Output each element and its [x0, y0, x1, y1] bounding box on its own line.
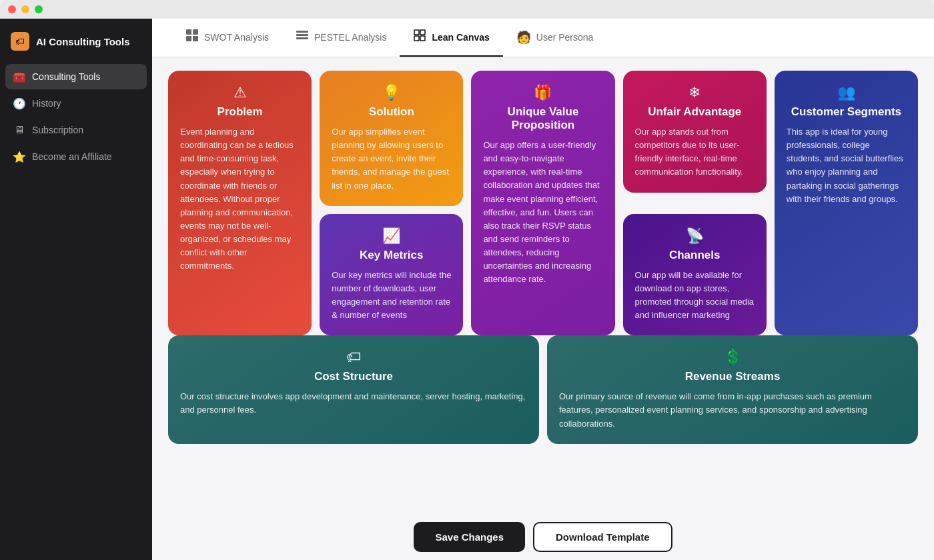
keymetrics-header: 📈 Key Metrics: [332, 227, 451, 262]
channels-header: 📡 Channels: [635, 227, 755, 262]
svg-rect-6: [296, 37, 308, 39]
tab-pestel[interactable]: PESTEL Analysis: [282, 19, 400, 57]
channels-title: Channels: [669, 249, 721, 262]
svg-rect-8: [420, 30, 425, 35]
cost-icon: 🏷: [346, 349, 361, 366]
unfair-card-wrap: ❄ Unfair Advantage Our app stands out fr…: [623, 71, 767, 206]
pestel-icon: [296, 29, 309, 45]
user-persona-icon: 🧑: [516, 30, 531, 45]
problem-header: ⚠ Problem: [180, 84, 300, 119]
close-dot[interactable]: [8, 5, 16, 13]
tab-swot-label: SWOT Analysis: [204, 32, 269, 43]
canvas-grid: ⚠ Problem Event planning and coordinatin…: [168, 71, 918, 335]
unfair-body: Our app stands out from competitors due …: [635, 125, 755, 179]
svg-rect-5: [296, 34, 308, 36]
unfair-icon: ❄: [688, 84, 700, 101]
sidebar-item-consulting-tools[interactable]: 🧰 Consulting Tools: [5, 64, 147, 89]
save-button[interactable]: Save Changes: [414, 522, 525, 552]
unfair-header: ❄ Unfair Advantage: [635, 84, 755, 119]
affiliate-icon: ⭐: [13, 151, 25, 163]
tab-lean-canvas[interactable]: Lean Canvas: [400, 19, 502, 57]
sidebar-item-label: Subscription: [32, 125, 83, 135]
problem-card[interactable]: ⚠ Problem Event planning and coordinatin…: [168, 71, 312, 335]
canvas-area: ⚠ Problem Event planning and coordinatin…: [152, 57, 934, 514]
footer-bar: Save Changes Download Template: [152, 514, 934, 560]
download-button[interactable]: Download Template: [533, 522, 672, 552]
subscription-icon: 🖥: [13, 124, 25, 136]
problem-title: Problem: [217, 105, 263, 119]
minimize-dot[interactable]: [21, 5, 29, 13]
tabs-bar: SWOT Analysis PESTEL Analysis Lean Canva…: [152, 19, 934, 57]
lean-canvas-icon: [413, 29, 426, 45]
channels-card-wrap: 📡 Channels Our app will be available for…: [623, 214, 767, 336]
uvp-card[interactable]: 🎁 Unique Value Proposition Our app offer…: [471, 71, 614, 335]
sidebar-item-subscription[interactable]: 🖥 Subscription: [5, 117, 147, 143]
customer-card[interactable]: 👥 Customer Segments This app is ideal fo…: [775, 71, 918, 335]
revenue-card[interactable]: 💲 Revenue Streams Our primary source of …: [547, 335, 918, 443]
swot-icon: [185, 29, 199, 45]
revenue-icon: 💲: [724, 349, 742, 366]
sidebar: 🏷 AI Consulting Tools 🧰 Consulting Tools…: [0, 19, 152, 560]
keymetrics-icon: 📈: [382, 227, 400, 245]
problem-icon: ⚠: [234, 84, 247, 101]
svg-rect-3: [193, 36, 198, 41]
sidebar-item-history[interactable]: 🕐 History: [5, 91, 147, 116]
unfair-title: Unfair Advantage: [648, 105, 741, 119]
svg-rect-0: [186, 29, 191, 35]
solution-card[interactable]: 💡 Solution Our app simplifies event plan…: [320, 71, 463, 206]
customer-card-wrap: 👥 Customer Segments This app is ideal fo…: [775, 71, 918, 335]
svg-rect-4: [296, 31, 308, 33]
solution-header: 💡 Solution: [332, 84, 451, 119]
main-content: SWOT Analysis PESTEL Analysis Lean Canva…: [152, 19, 934, 560]
problem-body: Event planning and coordinating can be a…: [180, 125, 300, 273]
unfair-card[interactable]: ❄ Unfair Advantage Our app stands out fr…: [623, 71, 767, 193]
channels-body: Our app will be available for download o…: [635, 269, 755, 323]
cost-header: 🏷 Cost Structure: [180, 349, 527, 383]
keymetrics-card[interactable]: 📈 Key Metrics Our key metrics will inclu…: [320, 214, 463, 336]
tab-pestel-label: PESTEL Analysis: [314, 32, 386, 43]
uvp-icon: 🎁: [534, 84, 552, 101]
customer-header: 👥 Customer Segments: [787, 84, 906, 119]
cost-card[interactable]: 🏷 Cost Structure Our cost structure invo…: [168, 335, 539, 443]
sidebar-logo: 🏷 AI Consulting Tools: [0, 19, 152, 64]
sidebar-nav: 🧰 Consulting Tools 🕐 History 🖥 Subscript…: [0, 64, 152, 169]
sidebar-item-label: History: [32, 98, 61, 109]
channels-card[interactable]: 📡 Channels Our app will be available for…: [623, 214, 767, 336]
tab-swot[interactable]: SWOT Analysis: [172, 19, 282, 57]
keymetrics-body: Our key metrics will include the number …: [332, 269, 451, 323]
solution-icon: 💡: [382, 84, 400, 101]
solution-card-wrap: 💡 Solution Our app simplifies event plan…: [320, 71, 463, 206]
keymetrics-title: Key Metrics: [360, 249, 423, 262]
sidebar-item-label: Consulting Tools: [32, 71, 100, 82]
keymetrics-card-wrap: 📈 Key Metrics Our key metrics will inclu…: [320, 214, 463, 336]
sidebar-item-affiliate[interactable]: ⭐ Become an Affiliate: [5, 144, 147, 169]
consulting-tools-icon: 🧰: [13, 71, 25, 83]
revenue-header: 💲 Revenue Streams: [559, 349, 906, 383]
customer-title: Customer Segments: [791, 105, 901, 119]
channels-icon: 📡: [686, 227, 704, 245]
uvp-card-wrap: 🎁 Unique Value Proposition Our app offer…: [471, 71, 614, 335]
tab-user-persona[interactable]: 🧑 User Persona: [503, 19, 607, 57]
tab-lean-canvas-label: Lean Canvas: [432, 32, 489, 43]
svg-rect-9: [414, 36, 419, 41]
bottom-grid: 🏷 Cost Structure Our cost structure invo…: [168, 335, 918, 443]
cost-body: Our cost structure involves app developm…: [180, 390, 527, 417]
svg-rect-7: [414, 30, 419, 35]
logo-icon: 🏷: [11, 32, 29, 51]
uvp-header: 🎁 Unique Value Proposition: [483, 84, 602, 132]
svg-rect-2: [186, 36, 191, 41]
uvp-title: Unique Value Proposition: [483, 105, 602, 132]
history-icon: 🕐: [13, 97, 25, 109]
svg-rect-10: [420, 36, 425, 41]
window-chrome: [0, 0, 934, 19]
customer-body: This app is ideal for young professional…: [787, 125, 906, 206]
uvp-body: Our app offers a user-friendly and easy-…: [483, 139, 602, 287]
solution-body: Our app simplifies event planning by all…: [332, 125, 451, 193]
tab-user-persona-label: User Persona: [536, 32, 594, 43]
sidebar-item-label: Become an Affiliate: [32, 151, 112, 162]
svg-rect-1: [193, 29, 198, 35]
revenue-body: Our primary source of revenue will come …: [559, 390, 906, 430]
maximize-dot[interactable]: [35, 5, 43, 13]
problem-card-wrap: ⚠ Problem Event planning and coordinatin…: [168, 71, 312, 335]
solution-title: Solution: [369, 105, 414, 119]
